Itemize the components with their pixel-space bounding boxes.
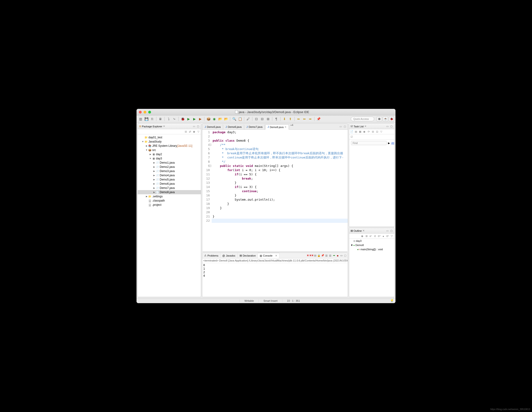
bottom-tab-console[interactable]: ▥Console ✕ (258, 253, 279, 258)
az-sort-icon[interactable]: aᶻ (369, 234, 372, 238)
minimize-icon[interactable]: ▭ (339, 125, 342, 128)
hide-fields-icon[interactable]: ⊘ (373, 234, 377, 238)
maximize-icon[interactable]: ▢ (343, 125, 346, 128)
new-button[interactable]: ▥ (138, 116, 143, 122)
terminate-icon[interactable]: ➡ (332, 254, 335, 257)
bottom-tab-javadoc[interactable]: @Javadoc (220, 253, 238, 258)
new-package-button[interactable]: 📦 (206, 116, 211, 122)
close-button[interactable] (139, 111, 142, 113)
save-all-button[interactable]: ⎘ (150, 116, 155, 122)
open-perspective-button[interactable]: ⊞ (377, 116, 382, 122)
back-button[interactable]: ⬅ (302, 116, 307, 122)
open-type-button[interactable]: 📂 (218, 116, 223, 122)
remove-all-icon[interactable]: ✖ (306, 254, 309, 257)
debug-skip-button[interactable]: ⤵ (166, 116, 171, 122)
debug-step-button[interactable]: ⤷ (172, 116, 177, 122)
maximize-icon[interactable]: ▢ (390, 229, 393, 233)
outline-item-demo8[interactable]: ▼● Demo8 (349, 243, 394, 247)
maximize-icon[interactable]: ▢ (196, 125, 200, 128)
maximize-icon[interactable]: ▢ (343, 254, 347, 257)
tree-item-demo1-java[interactable]: ▶📄Demo1.java (138, 160, 201, 165)
tree-item-demo2-java[interactable]: ▶📄Demo2.java (138, 165, 201, 169)
outline-item-main-string-void[interactable]: ●S main(String[]) : void (349, 247, 394, 252)
maximize-button[interactable] (148, 111, 151, 113)
editor-tab-demo8-java[interactable]: JDemo8.java✕ (265, 124, 289, 130)
tree-item-demo3-java[interactable]: ▶📄Demo3.java (138, 169, 201, 173)
pin-button[interactable]: 📌 (316, 116, 321, 122)
focus-task-icon[interactable]: ◉ (192, 130, 196, 133)
tree-item-day2[interactable]: ▶⊞day2 (138, 152, 201, 156)
stop-icon[interactable]: ■ (336, 254, 339, 257)
remove-term-icon[interactable]: ✖✖ (310, 254, 313, 257)
outline-tree[interactable]: ⊞ day3▼● Demo8●S main(String[]) : void (349, 239, 394, 252)
minimize-icon[interactable]: ▭ (386, 229, 389, 233)
minimize-button[interactable] (143, 111, 146, 113)
new-task-icon[interactable]: 📄 (350, 130, 353, 133)
categorize-icon[interactable]: ▤ (354, 130, 358, 133)
tree-item-demo4-java[interactable]: ▶📄Demo4.java (138, 173, 201, 178)
code-editor[interactable]: 1234−56789−10111213141516171819202122 pa… (202, 130, 348, 252)
hide-nonpublic-icon[interactable]: ● (382, 234, 385, 238)
toggle-ws-button[interactable]: ⊞ (266, 116, 271, 122)
tree-item-demo6-java[interactable]: ▶📄Demo6.java (138, 182, 201, 186)
tree-item-jre-system-library[interactable]: ▶📚JRE System Library [JavaSE-11] (138, 144, 201, 148)
package-explorer-tree[interactable]: 📁day01_test▼📁JavaStudy▶📚JRE System Libra… (138, 134, 201, 297)
open-folder-button[interactable]: 📂 (223, 116, 228, 122)
overflow-tabs[interactable]: »4 (289, 124, 294, 130)
hide-icon[interactable]: ⊡ (375, 130, 379, 133)
focus-icon[interactable]: ◉ (361, 234, 364, 238)
code-area[interactable]: package day3; public class Demo8 { /** *… (212, 130, 348, 252)
debug-button[interactable]: 🐞 (180, 116, 185, 122)
tree-item-demo5-java[interactable]: ▶📄Demo5.java (138, 178, 201, 182)
tree-item-day3[interactable]: ▼⊞day3 (138, 156, 201, 160)
tree-item--project[interactable]: x.project (138, 203, 201, 207)
last-edit-button[interactable]: ⬅ (296, 116, 301, 122)
bottom-tab-declaration[interactable]: ▤Declaration (238, 253, 258, 258)
minimize-icon[interactable]: ▭ (340, 254, 343, 257)
view-menu-icon[interactable]: ▽ (390, 234, 393, 238)
tree-item-javastudy[interactable]: ▼📁JavaStudy (138, 140, 201, 144)
bottom-tab-problems[interactable]: ⚠Problems (202, 253, 220, 258)
sync-icon[interactable]: ⟳ (367, 130, 370, 133)
task-button[interactable]: 📋 (238, 116, 243, 122)
toggle-mark-button[interactable]: ⊡ (254, 116, 259, 122)
forward-button[interactable]: ➡ (308, 116, 313, 122)
display-console-icon[interactable]: ▥ (325, 254, 328, 257)
scroll-lock-icon[interactable]: 🔒 (317, 254, 321, 257)
sort-icon[interactable]: ⊞ (365, 234, 368, 238)
tree-item-demo8-java[interactable]: ▶📄Demo8.java (138, 190, 201, 194)
tree-item-demo7-java[interactable]: ▶📄Demo7.java (138, 186, 201, 190)
tree-item-day01_test[interactable]: 📁day01_test (138, 135, 201, 140)
collapse-all-icon[interactable]: ⊟ (184, 130, 187, 133)
hide-static-icon[interactable]: ⊘ˢ (378, 234, 381, 238)
debug-perspective[interactable]: 🐞 (389, 116, 394, 122)
collapse-all-icon[interactable]: ⊟ (371, 130, 374, 133)
minimize-icon[interactable]: ▭ (192, 125, 196, 128)
open-console-icon[interactable]: ▥ (329, 254, 332, 257)
external-tools-button[interactable]: ▶ (198, 116, 203, 122)
tip-icon[interactable]: 💡 (390, 299, 396, 302)
pin-console-icon[interactable]: 📌 (321, 254, 324, 257)
run-button[interactable]: ▶ (186, 116, 191, 122)
outline-item-day3[interactable]: ⊞ day3 (349, 239, 394, 243)
toggle-block-button[interactable]: ⊟ (260, 116, 265, 122)
clear-console-icon[interactable]: ▤ (314, 254, 317, 257)
link-editor-icon[interactable]: ⇄ (188, 130, 191, 133)
tree-item--classpath[interactable]: x.classpath (138, 198, 201, 203)
task-icon[interactable]: ☑ (350, 135, 353, 139)
tree-item--settings[interactable]: ▶📁.settings (138, 194, 201, 198)
editor-tab-demo5-java[interactable]: JDemo5.java (202, 124, 223, 130)
tree-item-src[interactable]: ▼📦src (138, 148, 201, 152)
find-input[interactable] (351, 141, 387, 145)
view-menu-icon[interactable]: ▽ (380, 130, 383, 133)
focus-icon[interactable]: ◉ (363, 130, 366, 133)
toggle-pilcrow-button[interactable]: ¶ (274, 116, 279, 122)
maximize-icon[interactable]: ▢ (390, 125, 393, 128)
highlight-pen-button[interactable]: 🖊 (246, 116, 251, 122)
view-menu-icon[interactable]: ▽ (197, 130, 200, 133)
editor-tab-demo6-java[interactable]: JDemo6.java (223, 124, 244, 130)
prev-annotation-button[interactable]: ⬆ (288, 116, 293, 122)
editor-tab-demo7-java[interactable]: JDemo7.java (244, 124, 265, 130)
minimize-icon[interactable]: ▭ (386, 125, 389, 128)
hide-local-icon[interactable]: ⊘ᴸ (386, 234, 389, 238)
